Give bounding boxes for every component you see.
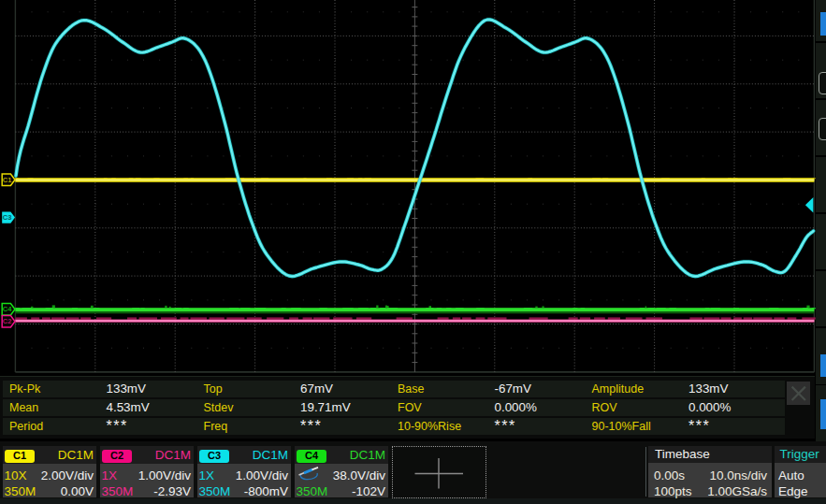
svg-text:C3: C3 [3, 213, 12, 222]
svg-text:C4: C4 [3, 305, 12, 313]
svg-text:C1: C1 [3, 176, 12, 184]
svg-text:C2: C2 [3, 317, 12, 325]
